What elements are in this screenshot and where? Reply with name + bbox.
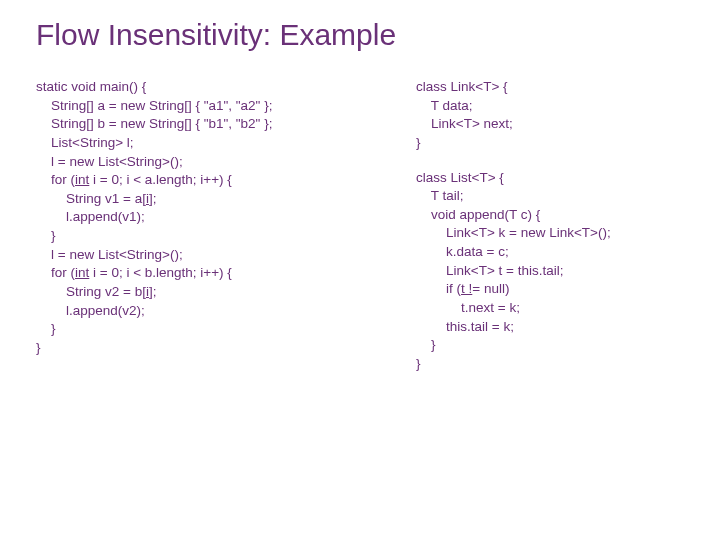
code-line: } xyxy=(36,228,56,243)
code-line: T data; xyxy=(416,98,473,113)
code-line: = null) xyxy=(472,281,509,296)
columns: static void main() { String[] a = new St… xyxy=(36,78,690,373)
code-line: } xyxy=(416,337,436,352)
code-line: l.append(v2); xyxy=(36,303,145,318)
main-code: static void main() { String[] a = new St… xyxy=(36,78,396,357)
code-line: static void main() { xyxy=(36,79,146,94)
code-right-column: class Link<T> { T data; Link<T> next; } … xyxy=(416,78,690,373)
code-left-column: static void main() { String[] a = new St… xyxy=(36,78,396,373)
code-line: String[] b = new String[] { "b1", "b2" }… xyxy=(36,116,272,131)
code-line: k.data = c; xyxy=(416,244,509,259)
code-underline: int xyxy=(75,265,89,280)
code-line: } xyxy=(416,356,421,371)
code-line: i = 0; i < a.length; i++) { xyxy=(89,172,232,187)
code-underline: t ! xyxy=(461,281,472,296)
link-class-code: class Link<T> { T data; Link<T> next; } xyxy=(416,78,690,153)
slide-title: Flow Insensitivity: Example xyxy=(36,18,690,52)
slide: Flow Insensitivity: Example static void … xyxy=(0,0,720,540)
code-line: Link<T> next; xyxy=(416,116,513,131)
code-line: l = new List<String>(); xyxy=(36,247,183,262)
code-line: for ( xyxy=(36,265,75,280)
code-line: String v2 = b[ xyxy=(36,284,146,299)
code-line: t.next = k; xyxy=(416,300,520,315)
code-line: i = 0; i < b.length; i++) { xyxy=(89,265,232,280)
code-line: T tail; xyxy=(416,188,464,203)
code-line: Link<T> t = this.tail; xyxy=(416,263,563,278)
code-line: void append(T c) { xyxy=(416,207,540,222)
code-line: class Link<T> { xyxy=(416,79,508,94)
code-underline: int xyxy=(75,172,89,187)
code-line: List<String> l; xyxy=(36,135,134,150)
code-line: Link<T> k = new Link<T>(); xyxy=(416,225,611,240)
code-line: String[] a = new String[] { "a1", "a2" }… xyxy=(36,98,272,113)
code-line: l = new List<String>(); xyxy=(36,154,183,169)
code-line: for ( xyxy=(36,172,75,187)
code-line: if ( xyxy=(416,281,461,296)
code-line: } xyxy=(36,340,41,355)
code-line: this.tail = k; xyxy=(416,319,514,334)
code-line: } xyxy=(416,135,421,150)
code-line: ]; xyxy=(149,284,157,299)
code-line: } xyxy=(36,321,56,336)
code-line: ]; xyxy=(149,191,157,206)
code-line: String v1 = a[ xyxy=(36,191,146,206)
code-line: class List<T> { xyxy=(416,170,504,185)
code-line: l.append(v1); xyxy=(36,209,145,224)
list-class-code: class List<T> { T tail; void append(T c)… xyxy=(416,169,690,374)
